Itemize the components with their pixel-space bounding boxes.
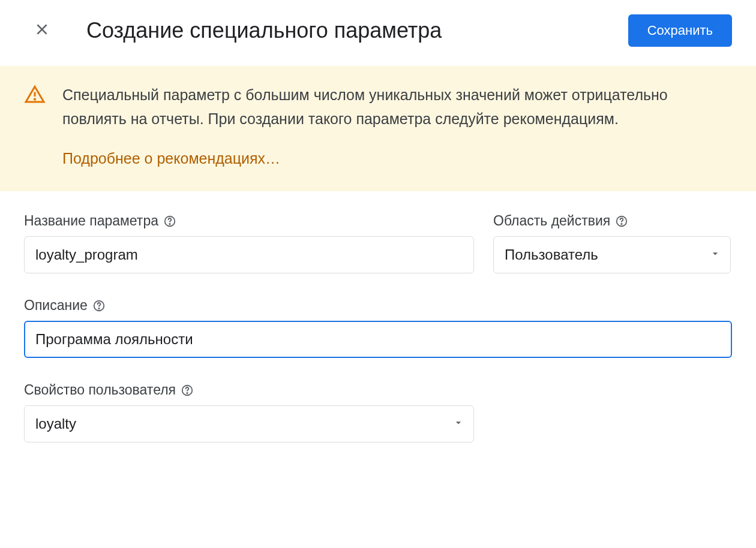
description-label: Описание bbox=[24, 297, 88, 314]
form-group-scope: Область действия Пользователь bbox=[493, 213, 731, 273]
close-icon bbox=[34, 22, 50, 40]
svg-point-3 bbox=[34, 99, 35, 100]
svg-point-5 bbox=[169, 223, 170, 224]
name-label: Название параметра bbox=[24, 213, 158, 229]
svg-point-11 bbox=[187, 392, 187, 393]
dialog-header: Создание специального параметра Сохранит… bbox=[0, 0, 756, 61]
form-content: Название параметра Область действия bbox=[0, 191, 756, 464]
save-button[interactable]: Сохранить bbox=[628, 14, 732, 47]
svg-point-9 bbox=[98, 308, 99, 308]
name-input[interactable] bbox=[24, 236, 474, 273]
warning-link[interactable]: Подробнее о рекомендациях… bbox=[62, 150, 280, 167]
dialog-title: Создание специального параметра bbox=[86, 18, 609, 43]
help-icon[interactable] bbox=[615, 215, 628, 228]
form-group-user-property: Свойство пользователя loyalty bbox=[24, 382, 474, 442]
warning-banner: Специальный параметр с большим числом ун… bbox=[0, 66, 756, 191]
warning-icon bbox=[24, 84, 46, 108]
warning-content: Специальный параметр с большим числом ун… bbox=[62, 83, 722, 167]
user-property-select[interactable]: loyalty bbox=[24, 405, 474, 442]
description-input[interactable] bbox=[24, 321, 732, 358]
form-group-description: Описание bbox=[24, 297, 732, 358]
help-icon[interactable] bbox=[92, 299, 106, 312]
svg-point-7 bbox=[622, 223, 622, 224]
warning-text: Специальный параметр с большим числом ун… bbox=[62, 83, 722, 131]
close-button[interactable] bbox=[31, 20, 53, 41]
scope-label: Область действия bbox=[493, 213, 610, 229]
help-icon[interactable] bbox=[163, 215, 176, 228]
help-icon[interactable] bbox=[181, 384, 194, 397]
scope-select[interactable]: Пользователь bbox=[493, 236, 731, 273]
form-group-name: Название параметра bbox=[24, 213, 474, 273]
user-property-label: Свойство пользователя bbox=[24, 382, 176, 398]
